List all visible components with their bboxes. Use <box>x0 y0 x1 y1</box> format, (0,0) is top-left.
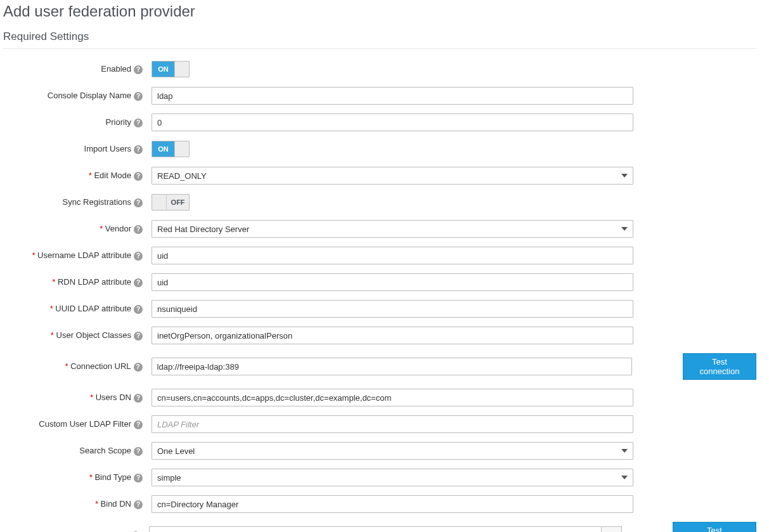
select-search-scope[interactable]: One Level <box>152 442 633 460</box>
toggle-enabled[interactable]: ON <box>152 61 190 77</box>
help-icon[interactable]: ? <box>134 252 143 261</box>
label-priority: Priority? <box>3 117 152 127</box>
input-uuid-ldap-attr[interactable] <box>152 300 633 318</box>
input-bind-credential[interactable] <box>149 526 602 532</box>
input-connection-url[interactable] <box>152 358 632 375</box>
section-required-settings: Required Settings <box>3 30 756 49</box>
help-icon[interactable]: ? <box>134 394 143 403</box>
help-icon[interactable]: ? <box>134 198 143 207</box>
help-icon[interactable]: ? <box>134 363 143 372</box>
page-title: Add user federation provider <box>3 3 756 20</box>
label-bind-dn: * Bind DN? <box>3 499 152 509</box>
help-icon[interactable]: ? <box>134 305 143 314</box>
select-vendor[interactable]: Red Hat Directory Server <box>152 220 633 238</box>
input-users-dn[interactable] <box>152 389 633 406</box>
select-bind-type[interactable]: simple <box>152 469 633 486</box>
toggle-sync-registrations[interactable]: OFF <box>152 194 190 211</box>
help-icon[interactable]: ? <box>134 172 143 181</box>
input-custom-user-ldap-filter[interactable] <box>152 415 633 433</box>
test-authentication-button[interactable]: Test authentication <box>673 522 756 532</box>
label-import-users: Import Users? <box>3 144 152 154</box>
input-priority[interactable] <box>152 114 633 131</box>
select-edit-mode[interactable]: READ_ONLY <box>152 167 633 185</box>
input-username-ldap-attr[interactable] <box>152 247 633 264</box>
label-uuid-ldap-attr: * UUID LDAP attribute? <box>3 304 152 314</box>
input-console-display-name[interactable] <box>152 87 633 105</box>
help-icon[interactable]: ? <box>134 145 143 154</box>
label-console-display-name: Console Display Name? <box>3 91 152 101</box>
help-icon[interactable]: ? <box>134 474 143 483</box>
help-icon[interactable]: ? <box>134 225 143 234</box>
label-search-scope: Search Scope? <box>3 446 152 456</box>
label-bind-type: * Bind Type? <box>3 472 152 483</box>
reveal-password-button[interactable] <box>602 526 622 532</box>
label-username-ldap-attr: * Username LDAP attribute? <box>3 250 152 261</box>
help-icon[interactable]: ? <box>134 65 143 74</box>
input-user-object-classes[interactable] <box>152 327 633 344</box>
label-users-dn: * Users DN? <box>3 393 152 403</box>
label-connection-url: * Connection URL? <box>3 361 152 372</box>
label-vendor: * Vendor? <box>3 224 152 234</box>
label-custom-user-ldap-filter: Custom User LDAP Filter? <box>3 419 152 429</box>
help-icon[interactable]: ? <box>134 420 143 429</box>
help-icon[interactable]: ? <box>134 278 143 287</box>
toggle-import-users[interactable]: ON <box>152 141 190 157</box>
input-rdn-ldap-attr[interactable] <box>152 273 633 291</box>
test-connection-button[interactable]: Test connection <box>683 353 756 380</box>
help-icon[interactable]: ? <box>134 332 143 341</box>
label-sync-registrations: Sync Registrations? <box>3 197 152 207</box>
help-icon[interactable]: ? <box>134 92 143 101</box>
help-icon[interactable]: ? <box>134 119 143 127</box>
label-enabled: Enabled? <box>3 64 152 74</box>
help-icon[interactable]: ? <box>134 500 143 509</box>
input-bind-dn[interactable] <box>152 495 633 513</box>
label-edit-mode: * Edit Mode? <box>3 171 152 181</box>
label-rdn-ldap-attr: * RDN LDAP attribute? <box>3 277 152 287</box>
help-icon[interactable]: ? <box>134 447 143 456</box>
label-user-object-classes: * User Object Classes? <box>3 330 152 341</box>
